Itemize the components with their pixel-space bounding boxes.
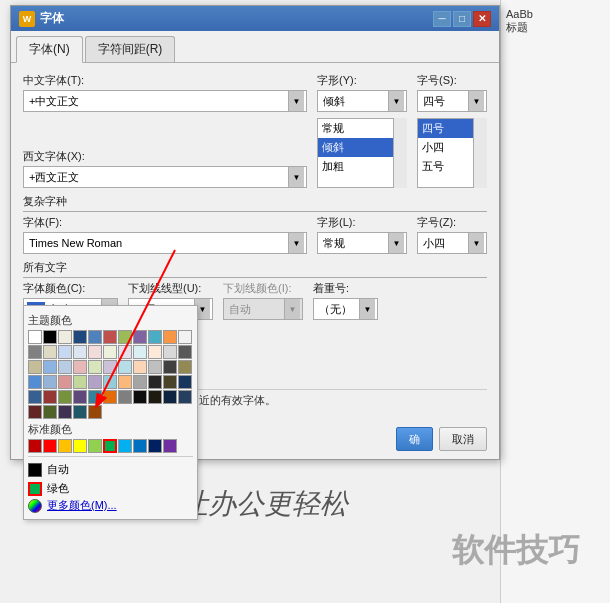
theme-color-cell-36[interactable] bbox=[73, 375, 87, 389]
complex-size-select[interactable]: 小四 ▼ bbox=[417, 232, 487, 254]
theme-color-cell-35[interactable] bbox=[58, 375, 72, 389]
theme-color-cell-59[interactable] bbox=[88, 405, 102, 419]
theme-color-cell-3[interactable] bbox=[73, 330, 87, 344]
standard-color-cell-9[interactable] bbox=[163, 439, 177, 453]
theme-color-cell-34[interactable] bbox=[43, 375, 57, 389]
style-value: 倾斜 bbox=[320, 94, 388, 109]
style-select[interactable]: 倾斜 ▼ bbox=[317, 90, 407, 112]
cancel-button[interactable]: 取消 bbox=[439, 427, 487, 451]
preview-label: AaBb 标题 bbox=[501, 0, 610, 38]
theme-color-cell-43[interactable] bbox=[178, 375, 192, 389]
style-listbox-group: 常规 倾斜 加粗 bbox=[317, 118, 407, 188]
size-select[interactable]: 四号 ▼ bbox=[417, 90, 487, 112]
theme-color-cell-47[interactable] bbox=[73, 390, 87, 404]
theme-color-cell-54[interactable] bbox=[178, 390, 192, 404]
theme-color-cell-55[interactable] bbox=[28, 405, 42, 419]
standard-color-cell-0[interactable] bbox=[28, 439, 42, 453]
complex-style-select[interactable]: 常规 ▼ bbox=[317, 232, 407, 254]
theme-color-cell-49[interactable] bbox=[103, 390, 117, 404]
theme-color-cell-22[interactable] bbox=[28, 360, 42, 374]
theme-color-cell-23[interactable] bbox=[43, 360, 57, 374]
theme-color-cell-20[interactable] bbox=[163, 345, 177, 359]
theme-color-cell-52[interactable] bbox=[148, 390, 162, 404]
theme-color-cell-13[interactable] bbox=[58, 345, 72, 359]
theme-color-cell-44[interactable] bbox=[28, 390, 42, 404]
theme-color-cell-5[interactable] bbox=[103, 330, 117, 344]
theme-color-cell-48[interactable] bbox=[88, 390, 102, 404]
theme-color-cell-46[interactable] bbox=[58, 390, 72, 404]
theme-color-cell-51[interactable] bbox=[133, 390, 147, 404]
complex-font-label: 字体(F): bbox=[23, 215, 307, 230]
theme-color-cell-4[interactable] bbox=[88, 330, 102, 344]
theme-color-cell-57[interactable] bbox=[58, 405, 72, 419]
theme-color-cell-40[interactable] bbox=[133, 375, 147, 389]
style-scrollbar[interactable] bbox=[393, 118, 407, 188]
theme-color-cell-21[interactable] bbox=[178, 345, 192, 359]
theme-color-cell-10[interactable] bbox=[178, 330, 192, 344]
size-scrollbar[interactable] bbox=[473, 118, 487, 188]
theme-color-cell-16[interactable] bbox=[103, 345, 117, 359]
ok-button[interactable]: 确 bbox=[396, 427, 433, 451]
theme-color-cell-9[interactable] bbox=[163, 330, 177, 344]
standard-color-cell-1[interactable] bbox=[43, 439, 57, 453]
theme-color-cell-53[interactable] bbox=[163, 390, 177, 404]
tab-font[interactable]: 字体(N) bbox=[16, 36, 83, 63]
theme-color-cell-1[interactable] bbox=[43, 330, 57, 344]
theme-color-label: 主题颜色 bbox=[28, 313, 193, 328]
bg-brand-text: 软件技巧 bbox=[452, 529, 580, 573]
theme-color-cell-18[interactable] bbox=[133, 345, 147, 359]
theme-color-cell-56[interactable] bbox=[43, 405, 57, 419]
theme-color-cell-30[interactable] bbox=[148, 360, 162, 374]
standard-color-cell-4[interactable] bbox=[88, 439, 102, 453]
western-font-select[interactable]: +西文正文 ▼ bbox=[23, 166, 307, 188]
tab-spacing[interactable]: 字符间距(R) bbox=[85, 36, 176, 62]
theme-color-cell-7[interactable] bbox=[133, 330, 147, 344]
dialog-body: 中文字体(T): +中文正文 ▼ 字形(Y): 倾斜 ▼ 字号(S): 四号 ▼ bbox=[11, 63, 499, 421]
theme-color-cell-38[interactable] bbox=[103, 375, 117, 389]
theme-color-cell-33[interactable] bbox=[28, 375, 42, 389]
standard-color-cell-8[interactable] bbox=[148, 439, 162, 453]
preview-sublabel: 标题 bbox=[506, 21, 528, 33]
emphasis-select[interactable]: （无） ▼ bbox=[313, 298, 378, 320]
complex-font-select[interactable]: Times New Roman ▼ bbox=[23, 232, 307, 254]
color-auto-row[interactable]: 自动 bbox=[28, 460, 193, 479]
theme-color-cell-24[interactable] bbox=[58, 360, 72, 374]
theme-color-cell-41[interactable] bbox=[148, 375, 162, 389]
minimize-button[interactable]: ─ bbox=[433, 11, 451, 27]
theme-color-cell-39[interactable] bbox=[118, 375, 132, 389]
theme-color-cell-31[interactable] bbox=[163, 360, 177, 374]
theme-color-cell-26[interactable] bbox=[88, 360, 102, 374]
theme-color-cell-14[interactable] bbox=[73, 345, 87, 359]
standard-color-cell-2[interactable] bbox=[58, 439, 72, 453]
theme-color-cell-15[interactable] bbox=[88, 345, 102, 359]
theme-color-cell-0[interactable] bbox=[28, 330, 42, 344]
theme-color-cell-11[interactable] bbox=[28, 345, 42, 359]
chinese-font-select[interactable]: +中文正文 ▼ bbox=[23, 90, 307, 112]
theme-color-cell-32[interactable] bbox=[178, 360, 192, 374]
theme-color-cell-37[interactable] bbox=[88, 375, 102, 389]
theme-color-cell-8[interactable] bbox=[148, 330, 162, 344]
green-highlighted-swatch[interactable] bbox=[28, 482, 42, 496]
theme-color-cell-28[interactable] bbox=[118, 360, 132, 374]
theme-color-cell-27[interactable] bbox=[103, 360, 117, 374]
theme-color-cell-12[interactable] bbox=[43, 345, 57, 359]
theme-color-cell-17[interactable] bbox=[118, 345, 132, 359]
standard-color-cell-3[interactable] bbox=[73, 439, 87, 453]
complex-font-value: Times New Roman bbox=[26, 237, 288, 249]
theme-color-cell-29[interactable] bbox=[133, 360, 147, 374]
standard-color-cell-5[interactable] bbox=[103, 439, 117, 453]
theme-color-cell-6[interactable] bbox=[118, 330, 132, 344]
preview-aabb: AaBb bbox=[506, 8, 533, 20]
theme-color-cell-45[interactable] bbox=[43, 390, 57, 404]
theme-color-cell-42[interactable] bbox=[163, 375, 177, 389]
standard-color-cell-6[interactable] bbox=[118, 439, 132, 453]
theme-color-cell-50[interactable] bbox=[118, 390, 132, 404]
theme-color-cell-58[interactable] bbox=[73, 405, 87, 419]
theme-color-cell-2[interactable] bbox=[58, 330, 72, 344]
maximize-button[interactable]: □ bbox=[453, 11, 471, 27]
color-more-row[interactable]: 更多颜色(M)... bbox=[28, 496, 193, 515]
standard-color-cell-7[interactable] bbox=[133, 439, 147, 453]
theme-color-cell-19[interactable] bbox=[148, 345, 162, 359]
theme-color-cell-25[interactable] bbox=[73, 360, 87, 374]
close-button[interactable]: ✕ bbox=[473, 11, 491, 27]
